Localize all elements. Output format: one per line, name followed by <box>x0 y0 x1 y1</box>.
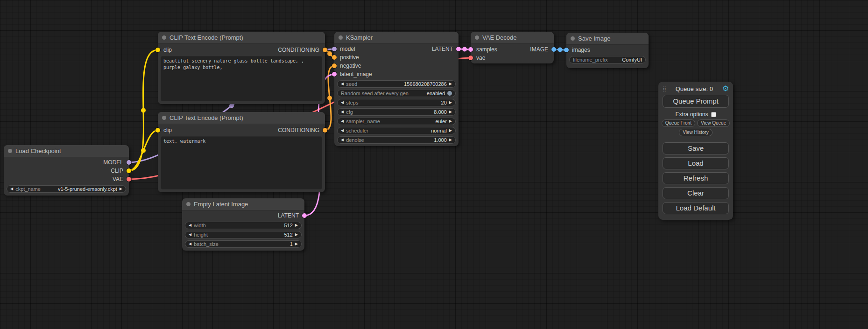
batch-size-widget[interactable]: ◀ batch_size 1 ▶ <box>185 240 302 248</box>
increment-arrow-icon[interactable]: ▶ <box>449 129 452 133</box>
seed-widget[interactable]: ◀ seed 156680208700286 ▶ <box>337 80 456 88</box>
node-title: Empty Latent Image <box>194 201 248 208</box>
widget-value: 1 <box>221 241 293 247</box>
increment-arrow-icon[interactable]: ▶ <box>449 101 452 105</box>
decrement-arrow-icon[interactable]: ◀ <box>341 129 344 133</box>
load-button[interactable]: Load <box>663 157 729 169</box>
increment-arrow-icon[interactable]: ▶ <box>449 119 452 123</box>
collapse-dot[interactable] <box>339 35 343 40</box>
collapse-dot[interactable] <box>571 36 575 41</box>
ckpt-name-widget[interactable]: ◀ ckpt_name v1-5-pruned-emaonly.ckpt ▶ <box>7 185 126 193</box>
negative-input-port[interactable] <box>332 63 337 68</box>
decrement-arrow-icon[interactable]: ◀ <box>341 82 344 86</box>
node-load-checkpoint[interactable]: Load Checkpoint MODEL CLIP VAE ◀ ckpt_na… <box>4 145 129 196</box>
collapse-dot[interactable] <box>162 116 166 120</box>
node-empty-latent-image[interactable]: Empty Latent Image LATENT ◀ width 512 ▶ … <box>182 198 304 251</box>
latent-output-port[interactable] <box>302 213 307 218</box>
increment-arrow-icon[interactable]: ▶ <box>295 242 298 246</box>
model-output-port[interactable] <box>127 160 131 165</box>
increment-arrow-icon[interactable]: ▶ <box>295 224 298 227</box>
collapse-dot[interactable] <box>186 202 191 206</box>
settings-gear-icon[interactable]: ⚙ <box>722 85 729 92</box>
latent-image-input-port[interactable] <box>332 72 337 77</box>
increment-arrow-icon[interactable]: ▶ <box>449 138 452 142</box>
conditioning-output-port[interactable] <box>323 128 327 133</box>
output-slot-row: VAE <box>4 175 129 183</box>
decrement-arrow-icon[interactable]: ◀ <box>341 119 344 123</box>
node-ksampler[interactable]: KSampler model LATENT positive negative … <box>334 32 459 146</box>
node-title-bar[interactable]: VAE Decode <box>471 32 554 44</box>
image-output-port[interactable] <box>551 47 556 52</box>
output-slot-label: IMAGE <box>530 46 548 53</box>
model-input-port[interactable] <box>332 47 337 51</box>
latent-output-port[interactable] <box>456 47 461 51</box>
increment-arrow-icon[interactable]: ▶ <box>449 110 452 114</box>
positive-input-port[interactable] <box>332 55 337 60</box>
clip-input-port[interactable] <box>155 48 160 52</box>
denoise-widget[interactable]: ◀ denoise 1.000 ▶ <box>337 136 456 144</box>
images-input-port[interactable] <box>564 48 569 52</box>
increment-arrow-icon[interactable]: ▶ <box>120 187 122 191</box>
node-title-bar[interactable]: KSampler <box>334 32 459 44</box>
view-history-button[interactable]: View History <box>679 129 712 136</box>
node-clip-text-encode-positive[interactable]: CLIP Text Encode (Prompt) clip CONDITION… <box>158 32 325 104</box>
node-title: Load Checkpoint <box>15 147 61 154</box>
height-widget[interactable]: ◀ height 512 ▶ <box>185 231 302 238</box>
node-vae-decode[interactable]: VAE Decode samples IMAGE vae <box>471 32 554 63</box>
node-title-bar[interactable]: Empty Latent Image <box>182 198 304 210</box>
decrement-arrow-icon[interactable]: ◀ <box>341 110 344 114</box>
output-slot-row: MODEL <box>4 158 129 167</box>
view-queue-button[interactable]: View Queue <box>697 119 730 127</box>
widget-label: sampler_name <box>346 119 380 124</box>
graph-canvas[interactable]: Load Checkpoint MODEL CLIP VAE ◀ ckpt_na… <box>0 0 868 329</box>
positive-prompt-textarea[interactable]: beautiful scenery nature glass bottle la… <box>161 56 322 101</box>
steps-widget[interactable]: ◀ steps 20 ▶ <box>337 99 456 106</box>
extra-options-checkbox[interactable] <box>711 112 716 117</box>
collapse-dot[interactable] <box>162 35 166 40</box>
queue-front-button[interactable]: Queue Front <box>662 119 695 127</box>
node-title-bar[interactable]: CLIP Text Encode (Prompt) <box>158 32 325 44</box>
load-default-button[interactable]: Load Default <box>663 202 729 214</box>
output-slot-label: CLIP <box>111 168 123 174</box>
decrement-arrow-icon[interactable]: ◀ <box>341 138 344 142</box>
node-clip-text-encode-negative[interactable]: CLIP Text Encode (Prompt) clip CONDITION… <box>158 112 325 192</box>
toggle-dot-icon[interactable] <box>447 91 452 96</box>
decrement-arrow-icon[interactable]: ◀ <box>189 224 191 227</box>
increment-arrow-icon[interactable]: ▶ <box>295 233 298 237</box>
increment-arrow-icon[interactable]: ▶ <box>449 82 452 86</box>
widget-label: steps <box>346 100 358 105</box>
decrement-arrow-icon[interactable]: ◀ <box>189 233 191 237</box>
negative-prompt-textarea[interactable]: text, watermark <box>161 136 322 189</box>
decrement-arrow-icon[interactable]: ◀ <box>189 242 191 246</box>
drag-handle-icon[interactable]: ⣿ <box>663 86 666 92</box>
conditioning-output-port[interactable] <box>323 48 327 52</box>
clip-input-port[interactable] <box>155 128 160 133</box>
clip-output-port[interactable] <box>127 168 131 173</box>
random-seed-toggle-widget[interactable]: Random seed after every gen enabled <box>337 90 456 97</box>
node-title-bar[interactable]: Load Checkpoint <box>4 145 129 157</box>
sampler-name-widget[interactable]: ◀ sampler_name euler ▶ <box>337 118 456 125</box>
node-save-image[interactable]: Save Image images filename_prefix ComfyU… <box>566 33 649 68</box>
vae-input-port[interactable] <box>468 56 473 60</box>
collapse-dot[interactable] <box>8 149 12 153</box>
scheduler-widget[interactable]: ◀ scheduler normal ▶ <box>337 127 456 134</box>
width-widget[interactable]: ◀ width 512 ▶ <box>185 222 302 229</box>
slot-row: vae <box>471 54 554 62</box>
queue-prompt-button[interactable]: Queue Prompt <box>663 95 729 108</box>
save-button[interactable]: Save <box>663 142 729 154</box>
decrement-arrow-icon[interactable]: ◀ <box>341 101 344 105</box>
samples-input-port[interactable] <box>468 47 473 52</box>
node-title-bar[interactable]: CLIP Text Encode (Prompt) <box>158 112 325 124</box>
filename-prefix-widget[interactable]: filename_prefix ComfyUI <box>569 56 646 63</box>
collapse-dot[interactable] <box>475 35 479 40</box>
refresh-button[interactable]: Refresh <box>663 172 729 184</box>
queue-buttons-row: Queue Front View Queue <box>663 119 729 127</box>
node-title: KSampler <box>346 34 373 41</box>
vae-output-port[interactable] <box>127 177 131 182</box>
widget-value: 156680208700286 <box>360 81 447 87</box>
cfg-widget[interactable]: ◀ cfg 8.000 ▶ <box>337 108 456 116</box>
widget-value: 1.000 <box>367 137 447 143</box>
decrement-arrow-icon[interactable]: ◀ <box>10 187 13 191</box>
clear-button[interactable]: Clear <box>663 187 729 199</box>
node-title-bar[interactable]: Save Image <box>566 33 649 45</box>
